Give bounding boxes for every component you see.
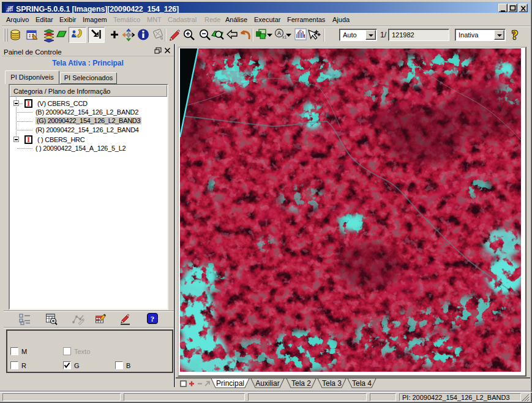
svg-text:Tela 4: Tela 4 bbox=[352, 379, 372, 388]
svg-text:Auxiliar: Auxiliar bbox=[255, 379, 279, 388]
svg-text:x1: x1 bbox=[282, 35, 287, 39]
svg-text:?: ? bbox=[151, 314, 155, 323]
svg-text:?: ? bbox=[512, 28, 518, 42]
svg-text:Tela 3: Tela 3 bbox=[322, 379, 342, 388]
svg-text:Tela 2: Tela 2 bbox=[291, 379, 311, 388]
svg-text:Principal: Principal bbox=[216, 379, 244, 388]
svg-text:A: A bbox=[277, 30, 282, 36]
